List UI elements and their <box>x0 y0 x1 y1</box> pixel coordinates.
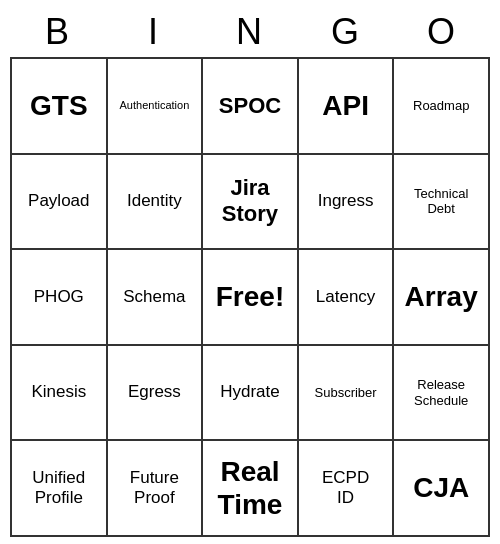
cell-text: Subscriber <box>315 385 377 401</box>
bingo-cell: Unified Profile <box>12 441 108 537</box>
cell-text: Roadmap <box>413 98 469 114</box>
bingo-cell: Payload <box>12 155 108 251</box>
bingo-grid: GTSAuthenticationSPOCAPIRoadmapPayloadId… <box>10 57 490 537</box>
header-letter: G <box>298 7 394 57</box>
bingo-cell: ECPD ID <box>299 441 395 537</box>
cell-text: Kinesis <box>31 382 86 402</box>
cell-text: Real Time <box>218 455 283 522</box>
bingo-cell: Future Proof <box>108 441 204 537</box>
bingo-header: BINGO <box>10 7 490 57</box>
cell-text: Identity <box>127 191 182 211</box>
bingo-cell: Technical Debt <box>394 155 490 251</box>
cell-text: Egress <box>128 382 181 402</box>
cell-text: Release Schedule <box>414 377 468 408</box>
bingo-cell: Release Schedule <box>394 346 490 442</box>
cell-text: Payload <box>28 191 89 211</box>
bingo-cell: Jira Story <box>203 155 299 251</box>
bingo-cell: Egress <box>108 346 204 442</box>
bingo-cell: Free! <box>203 250 299 346</box>
cell-text: Latency <box>316 287 376 307</box>
cell-text: CJA <box>413 471 469 505</box>
cell-text: Ingress <box>318 191 374 211</box>
bingo-cell: PHOG <box>12 250 108 346</box>
bingo-cell: Roadmap <box>394 59 490 155</box>
bingo-cell: Schema <box>108 250 204 346</box>
bingo-cell: Subscriber <box>299 346 395 442</box>
bingo-cell: Real Time <box>203 441 299 537</box>
header-letter: B <box>10 7 106 57</box>
cell-text: SPOC <box>219 93 281 119</box>
bingo-card: BINGO GTSAuthenticationSPOCAPIRoadmapPay… <box>10 7 490 537</box>
bingo-cell: CJA <box>394 441 490 537</box>
bingo-cell: Kinesis <box>12 346 108 442</box>
cell-text: Schema <box>123 287 185 307</box>
cell-text: Free! <box>216 280 284 314</box>
cell-text: Unified Profile <box>32 468 85 509</box>
bingo-cell: Latency <box>299 250 395 346</box>
header-letter: I <box>106 7 202 57</box>
cell-text: API <box>322 89 369 123</box>
bingo-cell: Array <box>394 250 490 346</box>
cell-text: GTS <box>30 89 88 123</box>
bingo-cell: Authentication <box>108 59 204 155</box>
bingo-cell: Ingress <box>299 155 395 251</box>
cell-text: Technical Debt <box>414 186 468 217</box>
bingo-cell: GTS <box>12 59 108 155</box>
bingo-cell: Hydrate <box>203 346 299 442</box>
header-letter: O <box>394 7 490 57</box>
cell-text: ECPD ID <box>322 468 369 509</box>
bingo-cell: Identity <box>108 155 204 251</box>
header-letter: N <box>202 7 298 57</box>
cell-text: Authentication <box>120 99 190 112</box>
bingo-cell: SPOC <box>203 59 299 155</box>
bingo-cell: API <box>299 59 395 155</box>
cell-text: Array <box>405 280 478 314</box>
cell-text: Future Proof <box>130 468 179 509</box>
cell-text: PHOG <box>34 287 84 307</box>
cell-text: Hydrate <box>220 382 280 402</box>
cell-text: Jira Story <box>222 175 278 228</box>
